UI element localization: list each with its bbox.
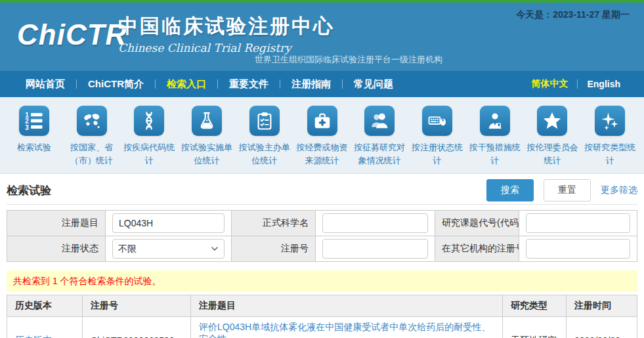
site-logo[interactable]: ChiCTR: [17, 18, 127, 51]
star-icon: [537, 106, 567, 136]
col-header-study-type: 研究类型: [503, 295, 567, 317]
scientific-name-input[interactable]: [322, 213, 428, 233]
study-code-input[interactable]: [526, 213, 630, 233]
doctor-icon: [480, 106, 510, 136]
site-title-cn: 中国临床试验注册中心: [118, 13, 335, 40]
results-header-row: 历史版本 注册号 注册题目 研究类型 注册时间: [7, 295, 637, 317]
registered-title-input[interactable]: [112, 213, 225, 233]
toolbar-item-label: 按试验主办单位统计: [236, 141, 293, 167]
registration-date-cell: 2023/03/20: [567, 317, 637, 338]
lang-chinese-link[interactable]: 简体中文: [522, 78, 577, 90]
other-registry-number-input[interactable]: [526, 239, 630, 259]
registration-number-input[interactable]: [322, 239, 428, 259]
registered-title-label: 注册题目: [7, 211, 106, 236]
main-nav: 网站首页 ChiCTR简介 检索入口 重要文件 注册指南 常见问题 简体中文 E…: [0, 71, 644, 97]
page: ChiCTR 中国临床试验注册中心 Chinese Clinical Trial…: [0, 0, 644, 338]
toolbar-item-label: 按经费或物资来源统计: [293, 141, 351, 167]
site-header: ChiCTR 中国临床试验注册中心 Chinese Clinical Trial…: [0, 3, 644, 71]
scientific-name-label: 正式科学名: [232, 211, 316, 236]
toolbar-item-label: 按国家、省（市）统计: [63, 141, 121, 167]
toolbar-item-label: 按伦理委员会统计: [524, 141, 582, 167]
reset-button[interactable]: 重置: [544, 179, 591, 201]
toolbar-item-label: 按注册状态统计: [408, 141, 466, 167]
results-table: 历史版本 注册号 注册题目 研究类型 注册时间 历史版本 ChiCTR23000…: [7, 295, 637, 338]
col-header-registered-title: 注册题目: [191, 295, 503, 317]
toolbar-item-by-disease-code[interactable]: 按疾病代码统计: [120, 106, 178, 167]
nav-item-important-documents[interactable]: 重要文件: [218, 78, 280, 91]
dna-icon: [134, 106, 164, 136]
result-count-message: 共检索到 1 个符合检索条件的试验。: [7, 270, 637, 292]
toolbar-item-by-sponsor-unit[interactable]: 按试验主办单位统计: [236, 106, 293, 167]
table-row: 历史版本 ChiCTR2300069500 评价LQ043H单域抗体雾化液在中国…: [7, 317, 637, 338]
nav-item-home[interactable]: 网站首页: [14, 78, 76, 91]
keyboard-mouse-icon: [422, 106, 452, 136]
search-button[interactable]: 搜索: [486, 179, 534, 201]
col-header-registration-date: 注册时间: [567, 295, 637, 317]
search-form-table: 注册题目 正式科学名 研究课题代号(代码) 注册状态 不限 注册号: [7, 210, 637, 262]
numbered-list-icon: 123: [19, 106, 49, 136]
search-section-header: 检索试验 搜索 重置 更多筛选: [7, 179, 637, 201]
toolbar-item-label: 按干预措施统计: [466, 141, 524, 167]
site-title-en: Chinese Clinical Trial Registry: [118, 41, 335, 54]
nav-item-about[interactable]: ChiCTR简介: [77, 78, 155, 91]
toolbar-item-by-recruitment-status[interactable]: 按征募研究对象情况统计: [351, 106, 408, 167]
toolbar-item-by-country[interactable]: 按国家、省（市）统计: [63, 106, 121, 167]
section-divider: [7, 204, 637, 205]
statistics-toolbar: 123 检索试验 按国家、省（市）统计 按疾病代码统计 按试验实施单位统计: [0, 97, 644, 174]
toolbar-item-label: 按试验实施单位统计: [178, 141, 236, 167]
main-content: 检索试验 搜索 重置 更多筛选 注册题目 正式科学名 研究课题代号(代码) 注册…: [0, 179, 644, 338]
search-actions: 搜索 重置 更多筛选: [486, 179, 637, 201]
svg-text:3: 3: [25, 124, 29, 131]
toolbar-item-by-study-type[interactable]: 按研究类型统计: [581, 106, 639, 167]
more-filters-link[interactable]: 更多筛选: [601, 184, 637, 196]
site-title-block: 中国临床试验注册中心 Chinese Clinical Trial Regist…: [118, 13, 335, 54]
toolbar-item-search-trials[interactable]: 123 检索试验: [5, 106, 63, 167]
col-header-registration-number: 注册号: [83, 295, 191, 317]
lang-english-link[interactable]: English: [578, 79, 630, 89]
study-type-cell: 干预性研究: [503, 317, 567, 338]
flask-icon: [192, 106, 222, 136]
study-code-label: 研究课题代号(代码): [435, 211, 519, 236]
registration-status-label: 注册状态: [7, 236, 106, 262]
world-map-icon: [77, 106, 107, 136]
sparkles-icon: [595, 106, 625, 136]
toolbar-item-label: 检索试验: [17, 141, 51, 154]
other-registry-number-label: 在其它机构的注册号: [435, 236, 519, 262]
toolbar-item-label: 按研究类型统计: [581, 141, 639, 167]
toolbar-item-by-registration-status[interactable]: 按注册状态统计: [408, 106, 466, 167]
registration-status-select[interactable]: 不限: [112, 239, 225, 259]
page-title: 检索试验: [7, 183, 51, 198]
registration-number-cell: ChiCTR2300069500: [83, 317, 191, 338]
nav-item-search-entry[interactable]: 检索入口: [156, 78, 217, 91]
toolbar-item-by-funding-source[interactable]: 按经费或物资来源统计: [293, 106, 351, 167]
registration-number-label: 注册号: [232, 236, 316, 262]
col-header-history-version: 历史版本: [7, 295, 83, 317]
toolbar-item-label: 按疾病代码统计: [120, 141, 178, 167]
trial-title-link[interactable]: 评价LQ043H单域抗体雾化液在中国健康受试者中单次给药后的耐受性、安全性、 .…: [199, 322, 494, 338]
nav-language-switch: 简体中文 English: [522, 78, 630, 90]
history-version-link[interactable]: 历史版本: [15, 335, 52, 338]
toolbar-item-by-intervention[interactable]: 按干预措施统计: [466, 106, 524, 167]
registration-status-select-wrap: 不限: [112, 239, 225, 259]
toolbar-item-by-ethics-committee[interactable]: 按伦理委员会统计: [524, 106, 582, 167]
clipboard-icon: [249, 106, 280, 136]
medical-bag-icon: [307, 106, 337, 136]
site-subtitle: 世界卫生组织国际临床试验注册平台一级注册机构: [255, 54, 442, 66]
toolbar-item-label: 按征募研究对象情况统计: [351, 141, 408, 167]
nav-item-registration-guide[interactable]: 注册指南: [280, 78, 342, 91]
nav-item-faq[interactable]: 常见问题: [343, 78, 404, 91]
toolbar-item-by-implementing-unit[interactable]: 按试验实施单位统计: [178, 106, 236, 167]
people-icon: [364, 106, 395, 136]
current-date: 今天是：2023-11-27 星期一: [516, 9, 630, 21]
